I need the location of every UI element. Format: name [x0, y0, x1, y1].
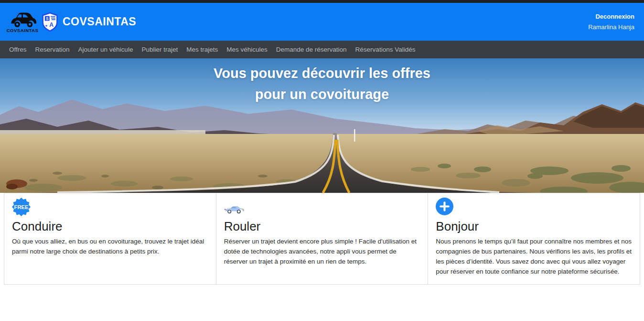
nav-item-mes-trajets[interactable]: Mes trajets — [182, 46, 222, 53]
feature-cards: FREE Conduire Où que vous alliez, en bus… — [0, 193, 644, 285]
card-rouler: Rouler Réserver un trajet devient encore… — [216, 193, 429, 285]
app-header: COVSAINTAS S A ★ COVSAINTAS Deconnexion … — [0, 3, 644, 41]
mile-marker-post — [354, 129, 355, 142]
shield-logo[interactable]: S A ★ — [42, 12, 58, 32]
card-bonjour: Bonjour Nous prenons le temps qu’il faut… — [428, 193, 640, 285]
hero-headline: Vous pouvez découvrir les offres pour un… — [0, 63, 644, 105]
card-bonjour-title: Bonjour — [436, 219, 632, 234]
free-badge-label: FREE — [14, 204, 29, 210]
car-logo-caption: COVSAINTAS — [7, 28, 39, 33]
free-badge-icon: FREE — [12, 198, 208, 218]
main-nav: Offres Reservation Ajouter un véhicule P… — [0, 41, 644, 58]
car-icon — [224, 198, 420, 218]
nav-item-publier-trajet[interactable]: Publier trajet — [137, 46, 182, 53]
shield-letter-a: A — [49, 21, 54, 28]
hero-headline-line1: Vous pouvez découvrir les offres — [0, 63, 644, 84]
car-logo[interactable]: COVSAINTAS — [8, 11, 37, 33]
logout-link[interactable]: Deconnexion — [595, 13, 634, 20]
shield-star-icon: ★ — [45, 23, 48, 27]
car-silhouette-icon — [9, 11, 36, 29]
card-rouler-body: Réserver un trajet devient encore plus s… — [224, 236, 420, 266]
nav-item-ajouter-vehicule[interactable]: Ajouter un véhicule — [74, 46, 138, 53]
hero-banner: Vous pouvez découvrir les offres pour un… — [0, 58, 644, 193]
nav-item-reservations-valides[interactable]: Réservations Validés — [351, 46, 420, 53]
card-conduire: FREE Conduire Où que vous alliez, en bus… — [4, 193, 216, 285]
card-conduire-title: Conduire — [12, 219, 208, 234]
nav-item-mes-vehicules[interactable]: Mes véhicules — [222, 46, 272, 53]
user-name: Ramarlina Hanja — [588, 23, 634, 31]
hero-headline-line2: pour un covoiturage — [0, 84, 644, 105]
card-rouler-title: Rouler — [224, 219, 420, 234]
plus-icon — [436, 198, 632, 218]
nav-item-offres[interactable]: Offres — [5, 46, 31, 53]
card-bonjour-body: Nous prenons le temps qu’il faut pour co… — [436, 236, 632, 277]
card-conduire-body: Où que vous alliez, en bus ou en covoitu… — [12, 236, 208, 256]
nav-item-demande-reservation[interactable]: Demande de réservation — [272, 46, 351, 53]
shield-letter-s: S — [46, 16, 49, 21]
header-right: Deconnexion Ramarlina Hanja — [588, 13, 636, 31]
brand-group: COVSAINTAS S A ★ COVSAINTAS — [8, 11, 136, 33]
brand-title: COVSAINTAS — [63, 15, 136, 28]
nav-item-reservation[interactable]: Reservation — [31, 46, 74, 53]
